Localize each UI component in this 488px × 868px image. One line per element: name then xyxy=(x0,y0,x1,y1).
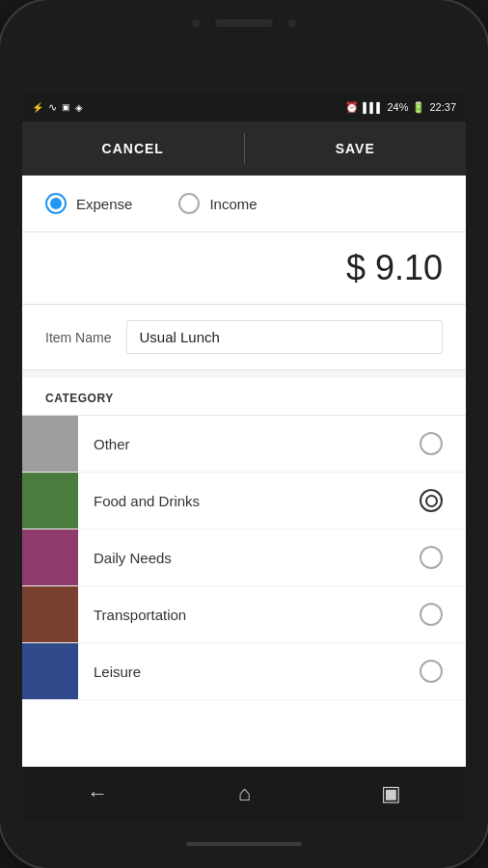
category-name: Other xyxy=(94,436,420,452)
income-label: Income xyxy=(209,196,257,212)
speaker xyxy=(215,19,273,27)
phone-shell: ⚡ ∿ ▣ ◈ ⏰ ▌▌▌ 24% 🔋 22:37 CANCEL SAVE xyxy=(0,0,488,868)
item-name-label: Item Name xyxy=(45,330,111,345)
category-list: OtherFood and DrinksDaily NeedsTransport… xyxy=(22,416,466,700)
category-radio[interactable] xyxy=(420,432,443,455)
expense-radio[interactable] xyxy=(45,193,67,214)
clock: 22:37 xyxy=(429,101,456,113)
income-radio[interactable] xyxy=(178,193,200,214)
item-name-section: Item Name xyxy=(22,305,466,370)
action-bar: CANCEL SAVE xyxy=(22,122,466,176)
home-indicator xyxy=(186,842,302,846)
phone-top xyxy=(0,0,488,46)
category-color-swatch xyxy=(22,416,78,472)
category-color-swatch xyxy=(22,643,78,699)
camera xyxy=(192,19,200,27)
back-button[interactable]: ← xyxy=(64,773,131,814)
usb-icon: ⚡ xyxy=(32,102,43,113)
battery-icon: 🔋 xyxy=(412,101,425,114)
category-radio[interactable] xyxy=(420,660,443,683)
category-name: Leisure xyxy=(94,664,420,680)
category-name: Daily Needs xyxy=(94,550,420,566)
recents-button[interactable]: ▣ xyxy=(358,773,424,814)
amount-section: $ 9.10 xyxy=(22,232,466,305)
status-left-icons: ⚡ ∿ ▣ ◈ xyxy=(32,101,83,114)
phone-bottom xyxy=(0,821,488,868)
android-icon: ◈ xyxy=(75,102,83,113)
category-section: CATEGORY OtherFood and DrinksDaily Needs… xyxy=(22,378,466,767)
category-radio[interactable] xyxy=(420,546,443,569)
sensor xyxy=(288,19,296,27)
category-color-swatch xyxy=(22,473,78,529)
category-item[interactable]: Daily Needs xyxy=(22,529,466,586)
alarm-icon: ⏰ xyxy=(345,101,359,114)
category-item[interactable]: Leisure xyxy=(22,643,466,700)
category-item[interactable]: Food and Drinks xyxy=(22,473,466,529)
home-button[interactable]: ⌂ xyxy=(215,773,274,814)
category-radio[interactable] xyxy=(420,603,443,626)
sim-icon: ▣ xyxy=(62,102,70,112)
category-color-swatch xyxy=(22,586,78,642)
wifi-icon: ∿ xyxy=(48,101,57,114)
expense-option[interactable]: Expense xyxy=(45,193,132,214)
status-bar: ⚡ ∿ ▣ ◈ ⏰ ▌▌▌ 24% 🔋 22:37 xyxy=(22,93,466,122)
screen: ⚡ ∿ ▣ ◈ ⏰ ▌▌▌ 24% 🔋 22:37 CANCEL SAVE xyxy=(22,93,466,821)
signal-bars: ▌▌▌ xyxy=(363,102,383,113)
cancel-button[interactable]: CANCEL xyxy=(22,122,244,176)
save-button[interactable]: SAVE xyxy=(245,122,467,176)
category-header: CATEGORY xyxy=(22,378,466,416)
category-name: Food and Drinks xyxy=(94,493,420,509)
category-item[interactable]: Transportation xyxy=(22,586,466,643)
income-option[interactable]: Income xyxy=(178,193,257,214)
expense-label: Expense xyxy=(76,196,132,212)
content-area: Expense Income $ 9.10 Item Name CATEGORY xyxy=(22,176,466,767)
item-name-input[interactable] xyxy=(126,320,443,354)
category-name: Transportation xyxy=(94,607,420,623)
nav-bar: ← ⌂ ▣ xyxy=(22,767,466,821)
amount-display[interactable]: $ 9.10 xyxy=(346,248,443,287)
category-color-swatch xyxy=(22,529,78,585)
category-item[interactable]: Other xyxy=(22,416,466,473)
category-radio[interactable] xyxy=(420,489,443,512)
battery-percent: 24% xyxy=(387,101,408,113)
status-right: ⏰ ▌▌▌ 24% 🔋 22:37 xyxy=(345,101,456,114)
transaction-type-section: Expense Income xyxy=(22,176,466,232)
